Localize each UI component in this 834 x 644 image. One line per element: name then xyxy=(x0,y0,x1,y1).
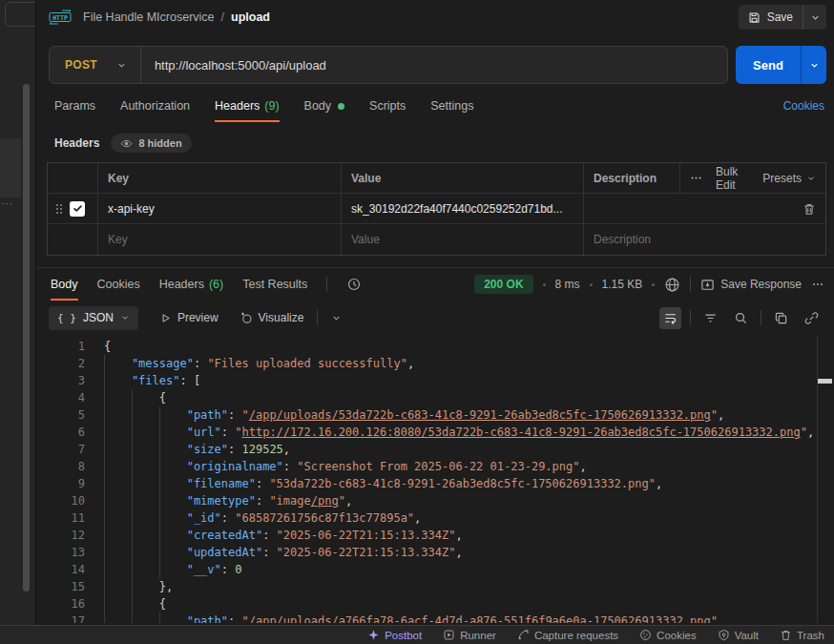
url-input[interactable]: http://localhost:5000/api/upload xyxy=(141,58,727,73)
header-description-cell[interactable] xyxy=(583,194,825,224)
tab-settings[interactable]: Settings xyxy=(430,90,473,122)
send-options-chevron[interactable] xyxy=(802,46,826,84)
network-globe-icon[interactable] xyxy=(664,277,680,293)
indent-guide xyxy=(104,509,132,527)
save-response-icon xyxy=(700,278,715,292)
line-number: 17 xyxy=(49,613,85,623)
trash-icon xyxy=(803,202,816,216)
breadcrumb-separator: / xyxy=(221,10,224,24)
save-button-group: Save xyxy=(739,5,826,30)
hidden-headers-toggle[interactable]: 8 hidden xyxy=(111,134,191,153)
tab-params[interactable]: Params xyxy=(54,90,95,122)
tab-authorization[interactable]: Authorization xyxy=(120,90,190,122)
response-tab-cookies[interactable]: Cookies xyxy=(97,268,140,301)
save-button[interactable]: Save xyxy=(739,10,803,24)
new-value-input[interactable]: Value xyxy=(341,224,583,255)
response-tab-body[interactable]: Body xyxy=(51,268,78,301)
header-value-cell[interactable]: sk_30192d22fa40f7440c0259252d71bd... xyxy=(341,194,583,224)
code-link[interactable]: /app/uploads/a766fa78-6acf-4d7d-a876-551… xyxy=(249,613,711,623)
copy-icon[interactable] xyxy=(770,307,792,329)
send-button[interactable]: Send xyxy=(736,46,801,84)
code-token: : xyxy=(221,424,235,441)
header-key-cell[interactable]: x-api-key xyxy=(97,194,341,224)
presets-dropdown[interactable]: Presets xyxy=(762,172,816,185)
body-modified-dot xyxy=(338,103,344,110)
statusbar-capture-requests[interactable]: Capture requests xyxy=(517,629,618,641)
indent-guide xyxy=(132,441,159,458)
statusbar-vault[interactable]: Vault xyxy=(718,629,759,641)
indent-guide xyxy=(104,458,132,475)
code-token: "path" xyxy=(187,613,228,623)
save-options-chevron[interactable] xyxy=(803,5,826,30)
response-tab-test-results[interactable]: Test Results xyxy=(242,268,307,301)
tab-scripts[interactable]: Scripts xyxy=(369,90,406,122)
statusbar-postbot[interactable]: Postbot xyxy=(367,629,422,641)
drag-handle[interactable] xyxy=(56,204,62,214)
chevron-down-icon xyxy=(806,174,816,183)
code-line: 9"filename": "53da722b-c683-41c8-9291-26… xyxy=(49,475,815,492)
code-token: , xyxy=(283,441,290,458)
format-selector[interactable]: { } JSON xyxy=(49,306,138,330)
editor-scrollbar-marker[interactable] xyxy=(818,379,832,384)
code-token: , xyxy=(414,509,421,527)
code-token: "size" xyxy=(187,441,228,458)
method-selector[interactable]: POST xyxy=(50,58,140,72)
braces-icon: { } xyxy=(57,312,76,324)
code-token: "originalname" xyxy=(187,458,283,475)
header-enabled-checkbox[interactable] xyxy=(70,201,85,217)
search-icon[interactable] xyxy=(730,307,752,329)
statusbar-runner[interactable]: Runner xyxy=(443,629,496,641)
code-token: : xyxy=(228,406,241,424)
response-section: Body Cookies Headers (6) Test Results 20… xyxy=(37,267,834,623)
sidebar-selected-item-fragment[interactable] xyxy=(0,138,21,197)
code-token: : xyxy=(221,509,235,527)
code-token: " xyxy=(241,406,248,424)
code-link[interactable]: /png xyxy=(311,492,339,509)
response-history-icon[interactable] xyxy=(346,277,362,292)
code-token: " xyxy=(235,424,241,441)
tab-headers[interactable]: Headers (9) xyxy=(215,90,280,122)
line-number: 16 xyxy=(49,595,85,613)
line-number: 13 xyxy=(49,544,85,561)
indent-guide xyxy=(104,355,132,372)
indent-guide xyxy=(159,509,187,527)
visualize-button[interactable]: Visualize xyxy=(240,311,304,324)
code-line: 17"path": "/app/uploads/a766fa78-6acf-4d… xyxy=(49,613,815,623)
line-number: 4 xyxy=(49,389,85,406)
line-number: 11 xyxy=(49,509,85,527)
link-icon[interactable] xyxy=(801,307,823,329)
response-tab-headers[interactable]: Headers (6) xyxy=(159,268,224,301)
response-body-viewer[interactable]: 1{2"message": "Files uploaded successful… xyxy=(37,335,834,623)
sidebar-scrollbar[interactable] xyxy=(23,84,30,592)
new-description-input[interactable]: Description xyxy=(583,224,825,255)
code-token: "filename" xyxy=(187,475,256,492)
statusbar-cookies[interactable]: Cookies xyxy=(639,629,697,641)
line-number: 6 xyxy=(49,424,85,441)
line-number: 8 xyxy=(49,458,85,475)
table-more-options-icon[interactable] xyxy=(690,172,702,184)
more-views-chevron[interactable] xyxy=(331,313,342,323)
divider xyxy=(326,277,327,292)
code-link[interactable]: http://172.16.200.126:8080/53da722b-c683… xyxy=(241,424,800,441)
play-icon xyxy=(159,312,172,324)
app-window: ··· HTTP File Handle MIcroservice / uplo… xyxy=(0,0,834,644)
delete-row-button[interactable] xyxy=(803,202,816,216)
line-number: 5 xyxy=(49,406,85,424)
code-link[interactable]: /app/uploads/53da722b-c683-41c8-9291-26a… xyxy=(249,406,711,424)
bulk-edit-button[interactable]: Bulk Edit xyxy=(716,165,749,192)
code-token: "53da722b-c683-41c8-9291-26ab3ed8c5fc-17… xyxy=(269,475,656,492)
save-response-button[interactable]: Save Response xyxy=(700,278,802,292)
response-more-options-icon[interactable] xyxy=(811,278,824,291)
new-key-input[interactable]: Key xyxy=(97,224,341,255)
wrap-text-icon[interactable] xyxy=(659,307,681,329)
code-token: : xyxy=(228,613,241,623)
cookie-icon xyxy=(639,629,652,641)
filter-icon[interactable] xyxy=(699,307,721,329)
tab-body[interactable]: Body xyxy=(304,90,345,122)
breadcrumb-collection[interactable]: File Handle MIcroservice xyxy=(83,10,215,24)
code-token: { xyxy=(159,389,166,406)
code-token: " xyxy=(801,424,807,441)
statusbar-trash[interactable]: Trash xyxy=(780,629,824,641)
preview-button[interactable]: Preview xyxy=(159,311,219,324)
cookies-link[interactable]: Cookies xyxy=(783,99,824,113)
